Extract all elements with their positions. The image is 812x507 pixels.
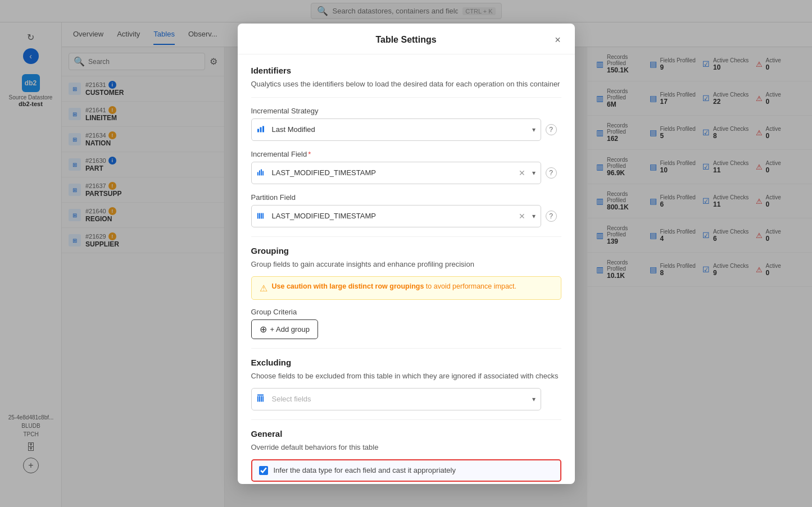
- svg-rect-1: [260, 127, 261, 132]
- svg-rect-9: [261, 213, 262, 218]
- partition-field-group: LAST_MODIFIED_TIMESTAMP ✕ ▾ ?: [251, 205, 541, 227]
- identifiers-section-desc: Qualytics uses the identifiers below to …: [251, 80, 561, 88]
- infer-type-checkbox-row: Infer the data type for each field and c…: [251, 459, 561, 482]
- excluding-section-title: Excluding: [251, 358, 561, 367]
- group-criteria-label: Group Criteria: [251, 308, 561, 316]
- partition-chart-icon: [257, 211, 265, 221]
- chart-icon: [257, 125, 265, 134]
- fields-select-wrap: Select fields ▾: [251, 388, 541, 410]
- grouping-section-desc: Group fields to gain accurate insights a…: [251, 260, 561, 268]
- infer-type-checkbox[interactable]: [259, 466, 268, 475]
- incremental-strategy-label: Incremental Strategy: [251, 107, 561, 115]
- grouping-warning-box: ⚠ Use caution with large distinct row gr…: [251, 276, 561, 300]
- warning-circle-icon: ⚠: [260, 283, 267, 294]
- grouping-section-title: Grouping: [251, 246, 561, 255]
- incremental-field-label: Incremental Field*: [251, 150, 561, 158]
- svg-rect-3: [257, 172, 258, 175]
- add-group-button[interactable]: ⊕ + Add group: [251, 319, 318, 339]
- excluding-fields-select[interactable]: Select fields: [251, 388, 541, 410]
- excluding-section-desc: Choose fields to be excluded from this t…: [251, 372, 561, 380]
- partition-field-select[interactable]: LAST_MODIFIED_TIMESTAMP: [251, 205, 541, 227]
- general-section-desc: Override default behaviors for this tabl…: [251, 443, 561, 451]
- grouping-warning-text: Use caution with large distinct row grou…: [272, 282, 517, 290]
- svg-rect-4: [259, 170, 260, 175]
- chart-icon-small: [257, 168, 265, 177]
- svg-rect-7: [257, 213, 258, 218]
- infer-type-label: Infer the data type for each field and c…: [274, 466, 456, 474]
- svg-rect-13: [261, 396, 262, 401]
- incremental-field-select-wrap: LAST_MODIFIED_TIMESTAMP ✕ ▾: [251, 162, 541, 184]
- fields-chart-icon: [257, 394, 266, 404]
- partition-field-help-icon[interactable]: ?: [546, 211, 557, 222]
- svg-rect-6: [262, 171, 264, 175]
- modal-title: Table Settings: [375, 35, 436, 45]
- svg-rect-0: [257, 129, 259, 132]
- incremental-strategy-select-wrap: Last Modified Append Only Full Table ▾: [251, 118, 541, 141]
- svg-rect-11: [257, 396, 258, 401]
- modal-header: Table Settings ×: [238, 24, 575, 54]
- plus-circle-icon: ⊕: [260, 324, 267, 335]
- incremental-strategy-select[interactable]: Last Modified Append Only Full Table: [251, 118, 541, 141]
- incremental-strategy-help-icon[interactable]: ?: [546, 124, 557, 135]
- modal-body: Identifiers Qualytics uses the identifie…: [238, 54, 575, 484]
- svg-rect-12: [259, 396, 260, 401]
- identifiers-section-title: Identifiers: [251, 66, 561, 75]
- svg-rect-5: [261, 169, 262, 175]
- incremental-field-select[interactable]: LAST_MODIFIED_TIMESTAMP: [251, 162, 541, 184]
- table-settings-modal: Table Settings × Identifiers Qualytics u…: [238, 24, 575, 484]
- svg-rect-15: [257, 394, 264, 395]
- incremental-strategy-group: Last Modified Append Only Full Table ▾ ?: [251, 118, 541, 141]
- modal-close-button[interactable]: ×: [550, 33, 566, 48]
- partition-field-label: Partition Field: [251, 193, 561, 202]
- incremental-field-help-icon[interactable]: ?: [546, 167, 557, 179]
- svg-rect-8: [259, 213, 260, 218]
- modal-overlay: Table Settings × Identifiers Qualytics u…: [0, 0, 812, 507]
- svg-rect-14: [262, 396, 264, 401]
- incremental-field-group: LAST_MODIFIED_TIMESTAMP ✕ ▾ ?: [251, 162, 541, 184]
- clear-incremental-field-icon[interactable]: ✕: [519, 168, 525, 177]
- svg-rect-10: [262, 213, 264, 218]
- svg-rect-2: [262, 126, 264, 132]
- general-section-title: General: [251, 429, 561, 439]
- add-group-label: + Add group: [270, 325, 310, 334]
- excluding-fields-group: Select fields ▾: [251, 388, 541, 410]
- partition-field-select-wrap: LAST_MODIFIED_TIMESTAMP ✕ ▾: [251, 205, 541, 227]
- clear-partition-field-icon[interactable]: ✕: [519, 212, 525, 221]
